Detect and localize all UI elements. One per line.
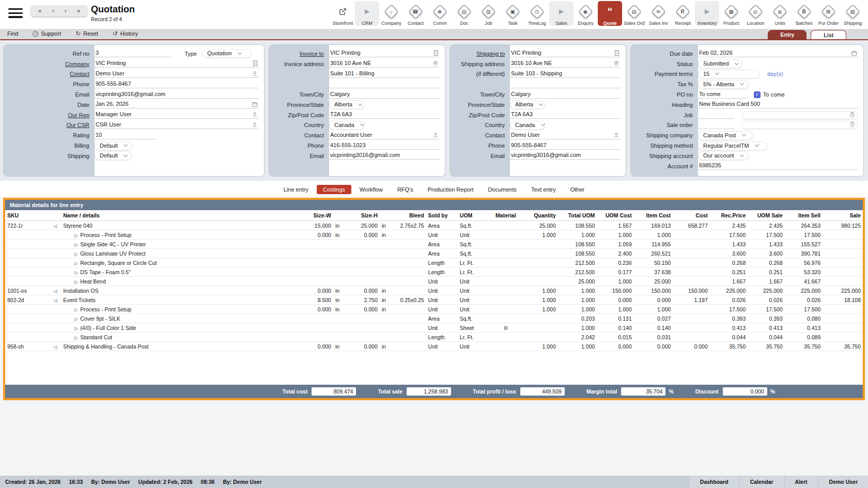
- toolbar-item-pur-order[interactable]: ⊞Pur Order: [816, 1, 841, 26]
- order-job-input[interactable]: [698, 111, 734, 119]
- total-sale-value[interactable]: 1,258.983: [407, 387, 451, 396]
- nav-next-button[interactable]: ›: [60, 7, 71, 14]
- tab-costings[interactable]: Costings: [317, 185, 351, 194]
- total-cost-value[interactable]: 809.474: [312, 387, 356, 396]
- toolbar-item-doc[interactable]: ▤Doc: [452, 1, 476, 26]
- tab-line-entry[interactable]: Line entry: [277, 185, 315, 194]
- toolbar-item-location[interactable]: ◎Location: [743, 1, 768, 26]
- costings-row[interactable]: ▷Rectangle, Square or Circle CutLengthLr…: [5, 258, 863, 267]
- order-shipping-company-select[interactable]: Canada Post: [698, 131, 753, 140]
- person-icon[interactable]: [252, 122, 258, 128]
- toolbar-item-task[interactable]: ▣Task: [501, 1, 525, 26]
- nav-first-button[interactable]: «: [34, 7, 46, 14]
- tab-workflow[interactable]: Workflow: [353, 185, 389, 194]
- shipping-if-different-input[interactable]: Suite 103 - Shipping: [510, 70, 621, 78]
- shipping-shipping-to-input[interactable]: VIC Printing: [510, 50, 621, 57]
- toolbar-item-sales-inv[interactable]: SiSales Inv: [646, 1, 671, 26]
- invoice-field-input[interactable]: Suite 101 - Billing: [329, 70, 440, 78]
- invoice-field-input[interactable]: [329, 81, 440, 88]
- tab-entry[interactable]: Entry: [768, 30, 807, 39]
- shipping-phone-input[interactable]: 905-555-8467: [510, 142, 621, 150]
- shipping-town-city-input[interactable]: Calgary: [510, 91, 621, 99]
- gear-icon[interactable]: ⚙: [503, 325, 508, 331]
- order-sale-order-lookup[interactable]: [741, 121, 858, 129]
- invoice-province-state-select[interactable]: Alberta: [329, 100, 364, 109]
- toolbar-item-enquiry[interactable]: ◉Enquiry: [574, 1, 598, 26]
- pin-icon[interactable]: [432, 60, 439, 67]
- clipboard-icon[interactable]: [849, 112, 855, 118]
- support-button[interactable]: ?Support: [25, 29, 68, 38]
- toolbar-item-quote[interactable]: “Quote: [598, 1, 622, 26]
- general-rating-input[interactable]: 10: [95, 132, 157, 139]
- shipping-zip-post-code-input[interactable]: T2A 6A3: [510, 111, 621, 119]
- shipping-label-shipping-to[interactable]: Shipping to: [450, 51, 510, 57]
- total-profit-loss-value[interactable]: 449.509: [520, 387, 565, 396]
- tab-text-entry[interactable]: Text entry: [525, 185, 562, 194]
- person-icon[interactable]: [432, 132, 439, 138]
- general-label-our-csr[interactable]: Our CSR: [4, 122, 95, 128]
- shipping-shipping-address-input[interactable]: 3016 10 Ave NE: [510, 60, 621, 68]
- order-payment-terms-select[interactable]: 15: [698, 70, 760, 78]
- building-icon[interactable]: [253, 60, 258, 67]
- costings-row[interactable]: ▷Gloss Laminate UV ProtectAreaSq.ft.108.…: [5, 249, 863, 258]
- invoice-zip-post-code-input[interactable]: T2A 6A3: [329, 111, 440, 119]
- history-button[interactable]: ↺History: [105, 29, 145, 38]
- general-label-company[interactable]: Company: [4, 61, 95, 67]
- calendar-icon[interactable]: [252, 101, 258, 107]
- invoice-phone-input[interactable]: 416-555-1023: [329, 142, 440, 150]
- find-button[interactable]: Find: [0, 29, 25, 38]
- general-type-select[interactable]: Quotation: [202, 49, 252, 58]
- order-status-select[interactable]: Submitted: [698, 59, 742, 68]
- reset-button[interactable]: ↻Reset: [68, 29, 105, 38]
- toolbar-item-comm[interactable]: ⊕Comm: [428, 1, 452, 26]
- building-icon[interactable]: [433, 50, 439, 56]
- toolbar-item-contact[interactable]: ☎Contact: [404, 1, 428, 26]
- shipping-contact-input[interactable]: Demo User: [510, 132, 621, 139]
- general-our-csr-input[interactable]: CSR User: [95, 121, 259, 129]
- footer-calendar[interactable]: Calendar: [740, 476, 784, 488]
- footer-alert[interactable]: Alert: [785, 476, 818, 488]
- toolbar-item-receipt[interactable]: RReceipt: [671, 1, 695, 26]
- general-company-input[interactable]: VIC Printing: [95, 60, 259, 68]
- order-po-no-checkbox[interactable]: ✓: [754, 91, 761, 98]
- general-date-input[interactable]: Jan 26, 2026: [95, 101, 259, 108]
- costings-row[interactable]: 802-2d◁Event Tickets8.500in2.750in0.25x0…: [5, 295, 863, 305]
- costings-row[interactable]: ▷Process - Print Setup0.000in0.000inUnit…: [5, 230, 863, 240]
- invoice-town-city-input[interactable]: Calgary: [329, 91, 440, 99]
- order-sale-order-input[interactable]: [698, 121, 734, 129]
- costings-row[interactable]: ▷Cover 9pt - SILKAreaSq.ft.0.2030.1310.0…: [5, 314, 863, 323]
- general-contact-input[interactable]: Demo User: [95, 70, 259, 78]
- discount-value[interactable]: 0.000: [723, 387, 767, 396]
- invoice-invoice-to-input[interactable]: VIC Printing: [329, 50, 440, 57]
- nav-last-button[interactable]: »: [73, 7, 85, 14]
- toolbar-item-job[interactable]: ▥Job: [476, 1, 501, 26]
- general-email-input[interactable]: vicprinting3016@gmail.com: [95, 91, 259, 99]
- general-ref-no-input[interactable]: 3: [95, 50, 172, 57]
- costings-row[interactable]: 958-sh◁Shipping & Handling - Canada Post…: [5, 342, 863, 351]
- tab-list[interactable]: List: [811, 30, 846, 39]
- order-shipping-method-select[interactable]: Regular ParcelTM: [698, 141, 767, 150]
- costings-row[interactable]: ▷Single Side 4C - UV PrinterAreaSq.ft.10…: [5, 240, 863, 249]
- order-tax-select[interactable]: 5% - Alberta: [698, 80, 749, 89]
- calendar-icon[interactable]: [851, 50, 857, 56]
- invoice-country-select[interactable]: Canada: [329, 121, 364, 130]
- order-account-input[interactable]: 6985235: [698, 162, 858, 170]
- person-icon[interactable]: [613, 132, 619, 138]
- order-shipping-account-select[interactable]: Our account: [698, 151, 749, 160]
- costings-row[interactable]: 722-1r◁Styrene 04015.000in25.000in2.75x2…: [5, 221, 863, 230]
- toolbar-item-product[interactable]: ▦Product: [719, 1, 743, 26]
- toolbar-item-company[interactable]: ⌂Company: [379, 1, 404, 26]
- tab-production-report[interactable]: Production Report: [422, 185, 480, 194]
- general-label-contact[interactable]: Contact: [4, 71, 95, 77]
- person-icon[interactable]: [252, 112, 258, 118]
- costings-row[interactable]: ▷Standard CutLengthLr. Ft.2.0420.0150.03…: [5, 333, 863, 342]
- toolbar-item-sales[interactable]: ▶Sales: [549, 1, 574, 26]
- costings-row[interactable]: ▷Process - Print Setup0.000in0.000inUnit…: [5, 305, 863, 314]
- costings-row[interactable]: ▷(4/0) - Full Color 1 SideUnitSheet⚙1.00…: [5, 323, 863, 333]
- order-po-no-input[interactable]: To come: [698, 91, 748, 99]
- costings-row[interactable]: ▷Heat BendUnitUnit25.0001.00025.0001.667…: [5, 277, 863, 286]
- pin-icon[interactable]: [613, 60, 619, 67]
- costings-row[interactable]: 1001-os◁Installation OS0.000in0.000inUni…: [5, 286, 863, 295]
- footer-dashboard[interactable]: Dashboard: [690, 476, 739, 488]
- shipping-field-input[interactable]: [510, 81, 621, 88]
